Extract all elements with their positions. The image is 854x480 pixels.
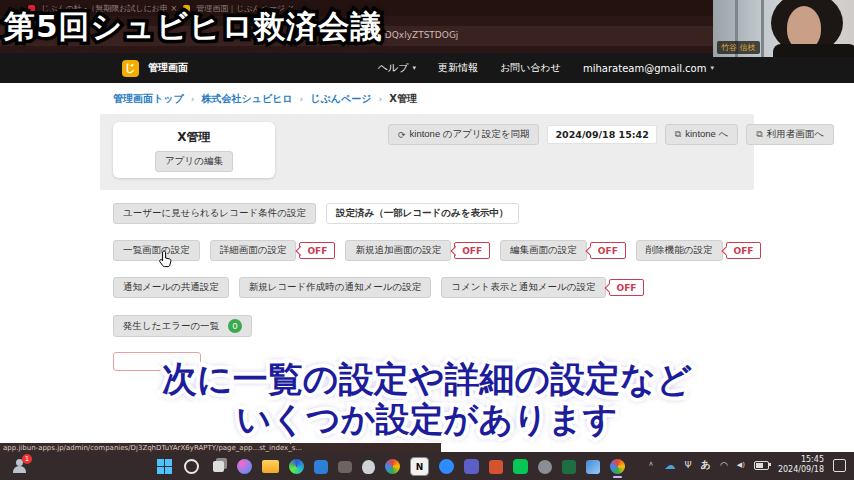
mail-common-settings-button[interactable]: 通知メールの共通設定 <box>113 277 229 298</box>
person-body <box>773 44 854 57</box>
subtitle-line1: 次に一覧の設定や詳細の設定など <box>162 356 692 403</box>
nav-updates[interactable]: 更新情報 <box>438 61 478 75</box>
app-edit-button[interactable]: アプリの編集 <box>155 151 233 172</box>
excel-icon[interactable] <box>562 460 576 474</box>
record-condition-row: ユーザーに見せられるレコード条件の設定 設定済み（一部レコードのみを表示中） <box>113 203 519 224</box>
system-tray: ＾ ☁ Ψ あ ◠ ◀) 15:45 2024/09/18 <box>647 455 846 475</box>
app-card: X管理 アプリの編集 <box>113 122 275 178</box>
kintone-link-label: kintone へ <box>685 128 728 141</box>
photos-icon[interactable] <box>586 460 600 474</box>
external-link-icon: ⧉ <box>675 129 681 140</box>
new-record-screen-settings-button[interactable]: 新規追加画面の設定 <box>345 240 451 261</box>
windows-start-icon[interactable] <box>156 458 173 475</box>
nav-help[interactable]: ヘルプ ▾ <box>378 61 416 75</box>
breadcrumb-separator: › <box>191 94 195 104</box>
off-badge: OFF <box>609 279 645 296</box>
comment-mail-settings-button[interactable]: コメント表示と通知メールの設定 <box>441 277 605 298</box>
microsoft-store-icon[interactable] <box>314 460 328 474</box>
brand-title: 管理画面 <box>148 61 188 75</box>
taskbar: 1 N ＾ ☁ Ψ あ ◠ <box>0 452 854 480</box>
settings-row-2: 通知メールの共通設定 新規レコード作成時の通知メールの設定 コメント表示と通知メ… <box>113 277 644 298</box>
line-icon[interactable] <box>513 459 528 474</box>
notion-icon[interactable]: N <box>410 457 429 476</box>
window-frame-line <box>761 0 764 57</box>
record-condition-button[interactable]: ユーザーに見せられるレコード条件の設定 <box>113 203 316 224</box>
webcam-name-tag: 竹谷 信枝 <box>717 41 760 54</box>
kintone-link-button[interactable]: ⧉ kintone へ <box>665 124 738 145</box>
taskbar-icons: N <box>156 457 625 476</box>
account-email: miharateam@gmail.com <box>583 63 706 74</box>
onedrive-cloud-icon[interactable]: ☁ <box>665 459 676 472</box>
edge-icon[interactable] <box>289 459 304 474</box>
kintone-sync-label: kintone のアプリ設定を同期 <box>410 128 530 141</box>
detail-screen-settings-button[interactable]: 詳細画面の設定 <box>210 240 297 261</box>
error-count-badge: 0 <box>228 319 242 333</box>
wifi-icon[interactable]: ◠ <box>720 460 728 470</box>
video-title-text: 第5回シュビヒロ救済会議 <box>4 6 382 48</box>
people-icon[interactable]: 1 <box>12 458 28 474</box>
apple-icon[interactable] <box>362 460 375 474</box>
copilot-icon[interactable] <box>237 459 252 474</box>
user-screen-label: 利用者画面へ <box>767 128 824 141</box>
breadcrumb-page[interactable]: じぶんページ <box>310 92 371 106</box>
admin-navbar: じ 管理画面 ヘルプ ▾ 更新情報 お問い合わせ miharateam@gmai… <box>0 53 854 83</box>
header-actions: ⟳ kintone のアプリ設定を同期 2024/09/18 15:42 ⧉ k… <box>388 124 834 145</box>
file-explorer-icon[interactable] <box>262 460 279 473</box>
clock-date: 2024/09/18 <box>778 465 824 474</box>
chrome-icon[interactable] <box>385 459 400 474</box>
breadcrumb: 管理画面トップ › 株式会社シュビヒロ › じぶんページ › X管理 <box>113 92 417 106</box>
navbar-menu: ヘルプ ▾ 更新情報 お問い合わせ miharateam@gmail.com ▾ <box>378 61 714 75</box>
chevron-up-icon[interactable]: ＾ <box>647 459 656 472</box>
chevron-down-icon: ▾ <box>413 64 417 72</box>
video-title-overlay: 第5回シュビヒロ救済会議 第5回シュビヒロ救済会議 <box>4 6 382 48</box>
error-list-label: 発生したエラーの一覧 <box>123 320 219 333</box>
settings-gear-icon[interactable] <box>538 460 552 474</box>
off-badge: OFF <box>726 242 762 259</box>
person-shoulders <box>13 466 26 473</box>
app-title: X管理 <box>177 129 210 146</box>
video-subtitle-overlay: 次に一覧の設定や詳細の設定など 次に一覧の設定や詳細の設定など いくつか設定があ… <box>0 356 854 443</box>
mouse-cursor <box>158 250 173 272</box>
list-screen-settings-button[interactable]: 一覧画面の設定 <box>113 240 200 261</box>
chrome-active-icon[interactable] <box>610 459 625 474</box>
delete-function-settings-button[interactable]: 削除機能の設定 <box>636 240 723 261</box>
off-badge: OFF <box>299 242 335 259</box>
sync-icon: ⟳ <box>398 130 406 140</box>
settings-row-1: 一覧画面の設定 詳細画面の設定 OFF 新規追加画面の設定 OFF 編集画面の設… <box>113 240 761 261</box>
error-list-button[interactable]: 発生したエラーの一覧 0 <box>113 315 252 337</box>
microphone-icon[interactable]: Ψ <box>685 460 692 470</box>
breadcrumb-current: X管理 <box>389 92 417 106</box>
taskbar-clock[interactable]: 15:45 2024/09/18 <box>778 455 824 475</box>
breadcrumb-separator: › <box>300 94 304 104</box>
chevron-down-icon: ▾ <box>710 64 714 72</box>
subtitle-line2: いくつか設定があります <box>236 397 617 443</box>
app-logo-icon[interactable]: じ <box>122 60 139 77</box>
errors-row: 発生したエラーの一覧 0 <box>113 315 252 337</box>
notification-center-icon[interactable] <box>833 459 846 472</box>
external-link-icon: ⧉ <box>756 129 762 140</box>
powerpoint-icon[interactable] <box>489 460 503 474</box>
ime-mode-icon[interactable]: あ <box>701 458 711 472</box>
speaker-icon[interactable]: ◀) <box>737 461 745 469</box>
teams-icon[interactable] <box>464 459 479 474</box>
nav-account-menu[interactable]: miharateam@gmail.com ▾ <box>583 63 714 74</box>
kintone-sync-button[interactable]: ⟳ kintone のアプリ設定を同期 <box>388 124 539 145</box>
zoom-icon[interactable] <box>439 459 454 474</box>
breadcrumb-company[interactable]: 株式会社シュビヒロ <box>201 92 292 106</box>
search-icon[interactable] <box>183 458 200 475</box>
user-screen-button[interactable]: ⧉ 利用者画面へ <box>746 124 834 145</box>
sync-timestamp: 2024/09/18 15:42 <box>547 125 656 144</box>
clock-time: 15:45 <box>801 455 824 464</box>
edit-screen-settings-button[interactable]: 編集画面の設定 <box>500 240 587 261</box>
nav-help-label: ヘルプ <box>378 61 409 75</box>
record-condition-status: 設定済み（一部レコードのみを表示中） <box>326 203 519 224</box>
battery-icon[interactable] <box>754 461 769 470</box>
nav-contact[interactable]: お問い合わせ <box>500 61 561 75</box>
webcam-video: 竹谷 信枝 <box>713 0 854 57</box>
screen: じぶんの杜 -（無期限お試しにお申 × 管理画面｜じぶんページ × ＋ s/x6… <box>0 0 854 480</box>
device-icon[interactable] <box>338 461 352 473</box>
new-record-mail-settings-button[interactable]: 新規レコード作成時の通知メールの設定 <box>239 277 432 298</box>
breadcrumb-home[interactable]: 管理画面トップ <box>113 92 184 106</box>
off-badge: OFF <box>590 242 626 259</box>
task-view-icon[interactable] <box>210 458 227 475</box>
